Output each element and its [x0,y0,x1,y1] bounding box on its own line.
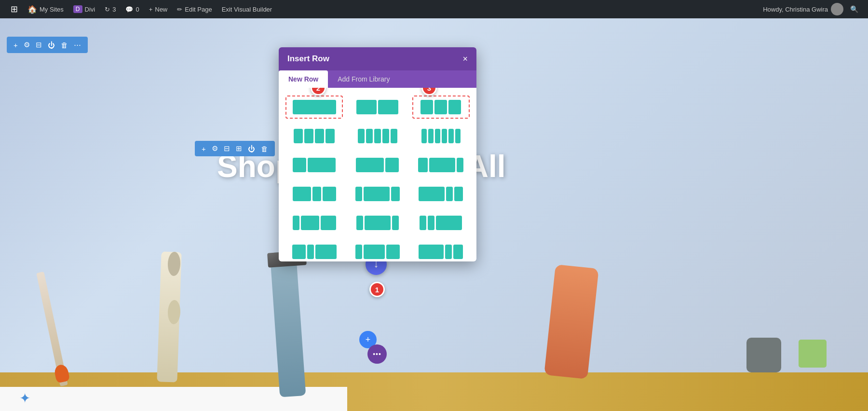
col-block [378,100,398,114]
col-block [294,129,303,143]
insert-row-modal: Insert Row × New Row Add From Library 2 … [279,47,476,261]
col-block [304,129,313,143]
layout-six-equal[interactable] [412,124,470,148]
section-delete-btn[interactable]: 🗑 [59,40,70,50]
row-add-btn[interactable]: + [200,144,208,154]
col-block [321,216,336,230]
badge-3: 3 [421,88,437,96]
modal-tabs: New Row Add From Library [279,70,476,88]
col-block [366,129,373,143]
exit-builder-btn[interactable]: Exit Visual Builder [217,0,277,18]
tab-new-row[interactable]: New Row [279,70,328,88]
col-block [356,158,384,172]
comments-menu[interactable]: 💬 0 [121,0,144,18]
col-block [315,245,337,259]
section-cols-btn[interactable]: ⊟ [34,40,44,50]
section-settings-btn[interactable]: ⚙ [22,40,32,50]
col-block [356,100,377,114]
col-block [355,187,362,201]
col-block [448,100,461,114]
wordpress-logo[interactable]: ⊞ [6,0,23,18]
col-block [315,129,324,143]
admin-user-info: Howdy, Christina Gwira 🔍 [763,3,862,15]
layout-v4a[interactable] [285,182,343,206]
row-grid-btn[interactable]: ⊞ [234,143,244,154]
col-block [419,187,445,201]
layout-v4b[interactable] [349,182,406,206]
col-block [421,129,427,143]
col-block [428,216,434,230]
col-block [301,216,319,230]
divi-menu[interactable]: D Divi [68,0,100,18]
col-block [382,129,389,143]
col-block [457,158,463,172]
col-block [435,129,440,143]
modal-content[interactable]: 2 3 [279,88,476,261]
col-block [454,187,463,201]
edit-page-btn[interactable]: ✏ Edit Page [172,0,217,18]
layout-v4c[interactable] [412,182,470,206]
layout-big-small-small[interactable] [412,153,470,177]
modal-close-btn[interactable]: × [462,55,468,63]
my-sites-menu[interactable]: 🏠 My Sites [23,0,68,18]
layout-small-big[interactable] [285,153,343,177]
col-block [374,129,381,143]
layout-five-equal[interactable] [349,124,406,148]
row-cols-btn[interactable]: ⊟ [222,143,232,154]
col-block [445,245,452,259]
admin-search-icon[interactable]: 🔍 [846,5,862,13]
col-block [442,129,447,143]
col-block [420,100,433,114]
layout-v6a[interactable] [285,240,343,261]
layout-v6b[interactable] [349,240,406,261]
col-block [293,158,306,172]
layout-big-small[interactable] [349,153,406,177]
col-block [293,187,311,201]
layout-four-equal[interactable] [285,124,343,148]
updates-menu[interactable]: ↻ 3 [100,0,121,18]
layout-three-equal[interactable] [412,96,470,119]
section-toolbar: + ⚙ ⊟ ⏻ 🗑 ⋯ [7,37,88,53]
more-options-btn[interactable]: ••• [367,344,387,364]
col-block [308,158,336,172]
col-block [429,158,455,172]
layout-single[interactable] [285,96,343,119]
row-settings-btn[interactable]: ⚙ [210,143,220,154]
col-block [326,129,335,143]
col-block [436,216,462,230]
col-block [418,158,428,172]
col-block [434,100,447,114]
col-block [391,187,400,201]
col-block [446,187,453,201]
layout-v5b[interactable] [349,211,406,234]
row-power-btn[interactable]: ⏻ [246,144,257,154]
col-block [428,129,434,143]
col-block [448,129,454,143]
section-more-btn[interactable]: ⋯ [72,40,83,50]
col-block [364,245,385,259]
layout-v5c[interactable] [412,211,470,234]
layout-v5a[interactable] [285,211,343,234]
admin-bar: ⊞ 🏠 My Sites D Divi ↻ 3 💬 0 + New ✏ Edit… [0,0,868,18]
new-menu[interactable]: + New [144,0,173,18]
tab-add-from-library[interactable]: Add From Library [328,70,399,88]
more-options-icon: ••• [373,351,381,357]
col-block [356,216,363,230]
layout-two-equal[interactable] [349,96,406,119]
col-block [365,216,391,230]
row-delete-btn[interactable]: 🗑 [259,144,270,154]
section-power-btn[interactable]: ⏻ [46,40,57,50]
col-block [355,245,362,259]
user-avatar [831,3,843,15]
add-section-icon: + [366,335,371,344]
col-block [455,129,461,143]
layout-v6c[interactable] [412,240,470,261]
badge-1: 1 [369,282,385,297]
section-add-btn[interactable]: + [12,40,20,50]
badge-2: 2 [311,88,326,96]
modal-header: Insert Row × [279,47,476,70]
page-background: Shop Off All + ⚙ ⊟ ⏻ 🗑 ⋯ + ⚙ ⊟ ⊞ ⏻ 🗑 Ins… [0,18,868,411]
col-block [420,216,426,230]
col-block [453,245,463,259]
col-block [293,100,336,114]
